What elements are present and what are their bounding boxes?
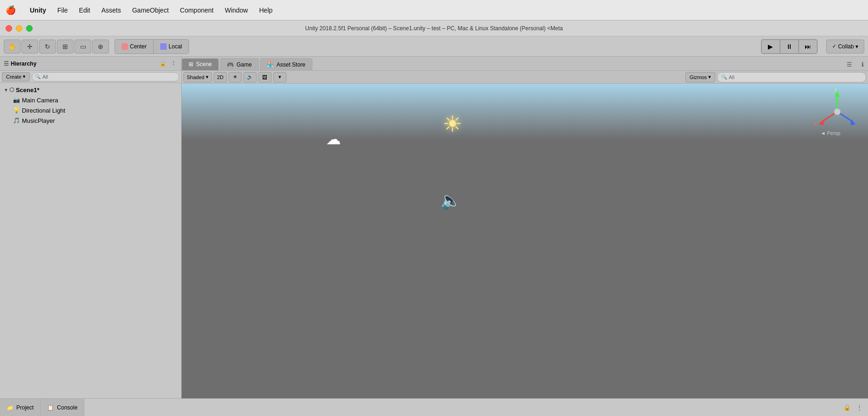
toolbar: ✋ ✛ ↻ ⊞ ▭ ⊕ Center Local ▶ ⏸ ⏭ ✓ Collab … xyxy=(0,36,868,57)
titlebar: Unity 2018.2.5f1 Personal (64bit) – Scen… xyxy=(0,20,868,36)
tab-console[interactable]: 📋 Console xyxy=(41,399,84,416)
scene-tabs: ⊞ Scene 🎮 Game 🏪 Asset Store ☰ ℹ xyxy=(182,57,868,71)
hierarchy-search-box[interactable]: 🔍 All xyxy=(32,72,179,81)
menu-component[interactable]: Component xyxy=(175,5,218,16)
center-icon xyxy=(122,43,128,50)
apple-logo-icon[interactable]: 🍎 xyxy=(6,5,16,15)
2d-button[interactable]: 2D xyxy=(214,72,227,82)
camera-icon: 📷 xyxy=(13,97,20,103)
light-icon: 💡 xyxy=(13,107,20,114)
tab-asset-store[interactable]: 🏪 Asset Store xyxy=(260,58,312,70)
hierarchy-item-music-player[interactable]: 🎵 MusicPlayer xyxy=(0,115,181,126)
create-dropdown-button[interactable]: Create ▾ xyxy=(2,72,30,81)
rotate-tool-button[interactable]: ↻ xyxy=(39,40,56,54)
create-label: Create xyxy=(6,74,21,80)
gizmos-label: Gizmos xyxy=(690,74,707,80)
local-button[interactable]: Local xyxy=(154,40,189,54)
hierarchy-content: ▼ ⬡ Scene1* 📷 Main Camera 💡 Directional … xyxy=(0,83,181,398)
scene-icon: ⬡ xyxy=(9,87,14,93)
hierarchy-toolbar: Create ▾ 🔍 All xyxy=(0,71,181,83)
scene-viewport[interactable]: ☀ ☁ 🔈 y x z xyxy=(182,84,868,398)
collab-label: Collab ▾ xyxy=(838,43,858,50)
hierarchy-item-directional-light[interactable]: 💡 Directional Light xyxy=(0,105,181,115)
scale-tool-button[interactable]: ⊞ xyxy=(57,40,74,54)
gizmos-dropdown[interactable]: Gizmos ▾ xyxy=(685,72,715,82)
audio-button[interactable]: 🔊 xyxy=(244,72,257,82)
tab-game[interactable]: 🎮 Game xyxy=(220,58,259,70)
local-icon xyxy=(160,43,167,50)
rect-tool-button[interactable]: ▭ xyxy=(75,40,91,54)
hierarchy-item-main-camera[interactable]: 📷 Main Camera xyxy=(0,95,181,105)
hierarchy-more-button[interactable]: ⋮ xyxy=(169,60,177,68)
shaded-label: Shaded xyxy=(187,74,204,80)
bottom-lock-button[interactable]: 🔒 xyxy=(842,403,852,413)
menu-unity[interactable]: Unity xyxy=(25,5,51,16)
info-button[interactable]: ℹ xyxy=(857,58,868,70)
hierarchy-lock-button[interactable]: 🔒 xyxy=(159,60,167,68)
shaded-arrow-icon: ▾ xyxy=(206,74,209,80)
center-label: Center xyxy=(130,43,147,50)
menu-window[interactable]: Window xyxy=(220,5,253,16)
collab-button[interactable]: ✓ Collab ▾ xyxy=(826,40,864,54)
scene-root-item[interactable]: ▼ ⬡ Scene1* xyxy=(0,85,181,95)
menu-help[interactable]: Help xyxy=(254,5,277,16)
tab-project[interactable]: 📁 Project xyxy=(0,399,41,416)
scene-gizmo[interactable]: y x z ◄ Persp xyxy=(814,88,861,144)
maximize-window-button[interactable] xyxy=(26,25,33,32)
scene-search-icon: 🔍 xyxy=(721,74,727,80)
console-tab-label: Console xyxy=(57,404,77,411)
gizmo-z-label: z xyxy=(855,120,858,126)
create-arrow-icon: ▾ xyxy=(23,74,26,80)
menu-assets[interactable]: Assets xyxy=(97,5,126,16)
more-scene-button[interactable]: ▾ xyxy=(273,72,286,82)
svg-marker-3 xyxy=(819,120,824,126)
effects-button[interactable]: 🖼 xyxy=(258,72,271,82)
play-controls: ▶ ⏸ ⏭ ✓ Collab ▾ xyxy=(761,39,864,54)
scene-search-box[interactable]: 🔍 All xyxy=(717,72,866,82)
menu-gameobject[interactable]: GameObject xyxy=(128,5,174,16)
gizmo-persp-label: ◄ Persp xyxy=(821,130,841,136)
menu-file[interactable]: File xyxy=(53,5,73,16)
center-local-group: Center Local xyxy=(115,39,189,54)
search-icon: 🔍 xyxy=(35,74,41,79)
close-window-button[interactable] xyxy=(6,25,12,32)
scene-name: Scene1* xyxy=(16,87,40,94)
bottom-more-button[interactable]: ⋮ xyxy=(854,403,864,413)
tab-scene[interactable]: ⊞ Scene xyxy=(182,58,219,70)
menubar: 🍎 Unity File Edit Assets GameObject Comp… xyxy=(0,0,868,20)
scene-panel: ⊞ Scene 🎮 Game 🏪 Asset Store ☰ ℹ Shaded … xyxy=(182,57,868,398)
tab-settings-button[interactable]: ☰ xyxy=(844,58,855,70)
menu-edit[interactable]: Edit xyxy=(75,5,95,16)
hierarchy-title: Hierarchy xyxy=(11,60,36,67)
main-camera-label: Main Camera xyxy=(22,97,58,104)
move-tool-button[interactable]: ✛ xyxy=(21,40,38,54)
minimize-window-button[interactable] xyxy=(16,25,22,32)
transform-tools-group: ✋ ✛ ↻ ⊞ ▭ ⊕ xyxy=(4,40,109,54)
hand-tool-button[interactable]: ✋ xyxy=(4,40,20,54)
music-icon: 🎵 xyxy=(13,117,20,124)
svg-point-6 xyxy=(834,108,841,115)
speaker-object-icon: 🔈 xyxy=(440,191,461,210)
gizmo-x-label: x xyxy=(814,120,817,126)
lighting-button[interactable]: ☀ xyxy=(229,72,242,82)
hierarchy-menu-icon: ☰ xyxy=(4,60,9,67)
sun-object-icon: ☀ xyxy=(442,111,462,137)
local-label: Local xyxy=(169,43,182,50)
shaded-dropdown[interactable]: Shaded ▾ xyxy=(183,72,212,82)
directional-light-label: Directional Light xyxy=(22,107,65,114)
bottom-panel: 📁 Project 📋 Console 🔒 ⋮ xyxy=(0,398,868,416)
center-button[interactable]: Center xyxy=(115,40,154,54)
scene-toolbar: Shaded ▾ 2D ☀ 🔊 🖼 ▾ Gizmos ▾ 🔍 All xyxy=(182,71,868,84)
transform-tool-button[interactable]: ⊕ xyxy=(92,40,109,54)
pause-button[interactable]: ⏸ xyxy=(780,40,799,54)
hierarchy-panel-actions: 🔒 ⋮ xyxy=(159,60,177,68)
play-button[interactable]: ▶ xyxy=(761,40,780,54)
music-player-label: MusicPlayer xyxy=(22,117,55,124)
hierarchy-header: ☰ Hierarchy 🔒 ⋮ xyxy=(0,57,181,71)
hierarchy-panel: ☰ Hierarchy 🔒 ⋮ Create ▾ 🔍 All ▼ ⬡ Scene… xyxy=(0,57,182,398)
game-tab-icon: 🎮 xyxy=(227,61,234,68)
2d-label: 2D xyxy=(217,74,224,80)
step-button[interactable]: ⏭ xyxy=(799,40,817,54)
asset-store-tab-icon: 🏪 xyxy=(267,61,274,68)
project-tab-label: Project xyxy=(16,404,34,411)
